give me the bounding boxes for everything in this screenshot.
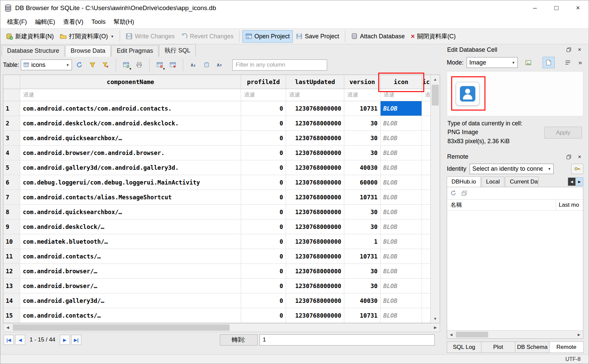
lastUpdated-cell[interactable]: 1230768000000 — [286, 264, 344, 278]
insert-record-button[interactable]: ▼ — [120, 59, 132, 71]
filter-profileId[interactable]: 過濾 — [241, 89, 286, 101]
insert-record-caret-icon[interactable]: ▼ — [129, 67, 132, 71]
overflow-cell[interactable] — [422, 219, 430, 234]
float-panel-icon[interactable] — [565, 154, 572, 160]
revert-changes-button[interactable]: Revert Changes — [178, 30, 237, 43]
column-header-version[interactable]: version — [344, 75, 381, 89]
clear-filter-button[interactable] — [100, 59, 111, 71]
tab-dbhub[interactable]: DBHub.io — [447, 176, 481, 187]
icon-cell[interactable]: BLOB — [381, 190, 422, 204]
filter-partial[interactable]: 過濾 — [422, 89, 430, 101]
manage-identities-button[interactable] — [571, 164, 583, 174]
open-database-button[interactable]: 打開資料庫(O) ▼ — [57, 30, 117, 43]
componentName-cell[interactable]: com.android.gallery3d/com.android.galler… — [20, 160, 241, 175]
lastUpdated-cell[interactable]: 1230768000000 — [286, 175, 344, 190]
scroll-up-icon[interactable]: ▲ — [431, 75, 440, 84]
overflow-cell[interactable] — [422, 175, 430, 190]
version-cell[interactable]: 30 — [344, 219, 381, 234]
import-image-button[interactable] — [522, 57, 534, 68]
version-cell[interactable]: 40030 — [344, 160, 381, 175]
text-mode-button[interactable] — [543, 57, 555, 68]
scroll-left-icon[interactable]: ◀ — [3, 323, 12, 332]
componentName-cell[interactable]: com.android.deskclock/… — [20, 219, 241, 234]
row-number-cell[interactable]: 2 — [3, 116, 20, 130]
componentName-cell[interactable]: com.android.browser/… — [20, 264, 241, 278]
goto-record-input[interactable] — [260, 334, 435, 346]
edit-display-format-button[interactable]: A↑ — [214, 59, 225, 71]
overflow-cell[interactable] — [422, 190, 430, 204]
duplicate-record-button[interactable] — [167, 59, 179, 71]
close-button[interactable]: × — [567, 0, 589, 15]
profileId-cell[interactable]: 0 — [241, 190, 286, 204]
profileId-cell[interactable]: 0 — [241, 308, 286, 323]
icon-cell[interactable]: BLOB — [381, 175, 422, 190]
previous-page-button[interactable]: ◀ — [15, 335, 25, 345]
column-header-partial[interactable]: ic — [422, 75, 430, 89]
vertical-scroll-thumb[interactable] — [432, 85, 439, 106]
row-number-cell[interactable]: 3 — [3, 131, 20, 145]
tab-execute-sql[interactable]: 執行 SQL — [159, 44, 196, 56]
version-cell[interactable]: 10731 — [344, 101, 381, 116]
refresh-button[interactable] — [74, 59, 85, 71]
identity-selector[interactable]: Select an identity to conne ▼ — [470, 164, 554, 174]
filter-componentName[interactable]: 過濾 — [20, 89, 241, 101]
remote-file-list[interactable] — [447, 211, 583, 330]
componentName-cell[interactable]: com.debug.loggerui/com.debug.loggerui.Ma… — [20, 175, 241, 190]
open-project-button[interactable]: Open Project — [242, 30, 293, 43]
tab-current-database[interactable]: Current Dat — [505, 176, 539, 187]
remote-horizontal-scrollbar[interactable]: ◀ ▶ — [447, 330, 583, 338]
row-number-cell[interactable]: 12 — [3, 264, 20, 278]
lastUpdated-cell[interactable]: 1230768000000 — [286, 101, 344, 116]
menu-edit[interactable]: 編輯(E) — [31, 16, 59, 28]
icon-cell[interactable]: BLOB — [381, 308, 422, 323]
profileId-cell[interactable]: 0 — [241, 101, 286, 116]
tab-scroll-left-icon[interactable]: ◀ — [568, 177, 576, 186]
word-wrap-button[interactable] — [562, 57, 574, 68]
print-button[interactable] — [133, 59, 145, 71]
maximize-button[interactable]: □ — [546, 0, 567, 15]
database-encoding-button[interactable] — [201, 59, 212, 71]
version-cell[interactable]: 30 — [344, 116, 381, 130]
version-cell[interactable]: 30 — [344, 146, 381, 160]
dock-tab-db-schema[interactable]: DB Schema — [515, 341, 550, 353]
version-cell[interactable]: 40030 — [344, 293, 381, 308]
dock-tab-sql-log[interactable]: SQL Log — [447, 341, 481, 353]
dock-tab-plot[interactable]: Plot — [481, 341, 516, 353]
open-database-dropdown-icon[interactable]: ▼ — [111, 35, 114, 38]
scroll-down-icon[interactable]: ▼ — [431, 314, 440, 323]
overflow-cell[interactable] — [422, 101, 430, 116]
column-header-profileId[interactable]: profileId — [241, 75, 286, 89]
row-number-cell[interactable]: 15 — [3, 308, 20, 323]
goto-button[interactable]: 轉到: — [220, 334, 258, 346]
lastUpdated-cell[interactable]: 1230768000000 — [286, 279, 344, 293]
componentName-cell[interactable]: com.android.browser/… — [20, 279, 241, 293]
icon-cell[interactable]: BLOB — [381, 160, 422, 175]
row-number-cell[interactable]: 10 — [3, 234, 20, 249]
overflow-cell[interactable] — [422, 279, 430, 293]
remote-scroll-left-icon[interactable]: ◀ — [447, 331, 455, 338]
toolbar-overflow-icon[interactable]: » — [578, 59, 583, 66]
row-number-cell[interactable]: 6 — [3, 175, 20, 190]
lastUpdated-cell[interactable]: 1230768000000 — [286, 219, 344, 234]
remote-scroll-right-icon[interactable]: ▶ — [575, 331, 583, 338]
icon-cell[interactable]: BLOB — [381, 219, 422, 234]
sort-ascending-button[interactable]: A↓ — [188, 59, 199, 71]
icon-cell[interactable]: BLOB — [381, 146, 422, 160]
tab-browse-data[interactable]: Browse Data — [65, 45, 111, 57]
version-cell[interactable]: 30 — [344, 205, 381, 219]
mode-selector[interactable]: Image ▼ — [467, 57, 518, 68]
icon-cell[interactable]: BLOB — [381, 131, 422, 145]
icon-cell[interactable]: BLOB — [381, 234, 422, 249]
version-cell[interactable]: 30 — [344, 264, 381, 278]
menu-tools[interactable]: Tools — [87, 17, 110, 27]
column-header-icon[interactable]: icon — [381, 75, 422, 89]
overflow-cell[interactable] — [422, 249, 430, 264]
cell-image-preview[interactable] — [456, 82, 479, 106]
profileId-cell[interactable]: 0 — [241, 205, 286, 219]
row-number-cell[interactable]: 4 — [3, 146, 20, 160]
profileId-cell[interactable]: 0 — [241, 175, 286, 190]
profileId-cell[interactable]: 0 — [241, 293, 286, 308]
save-project-button[interactable]: Save Project — [293, 30, 342, 43]
attach-database-button[interactable]: Attach Database — [348, 30, 408, 43]
icon-cell[interactable]: BLOB — [381, 279, 422, 293]
